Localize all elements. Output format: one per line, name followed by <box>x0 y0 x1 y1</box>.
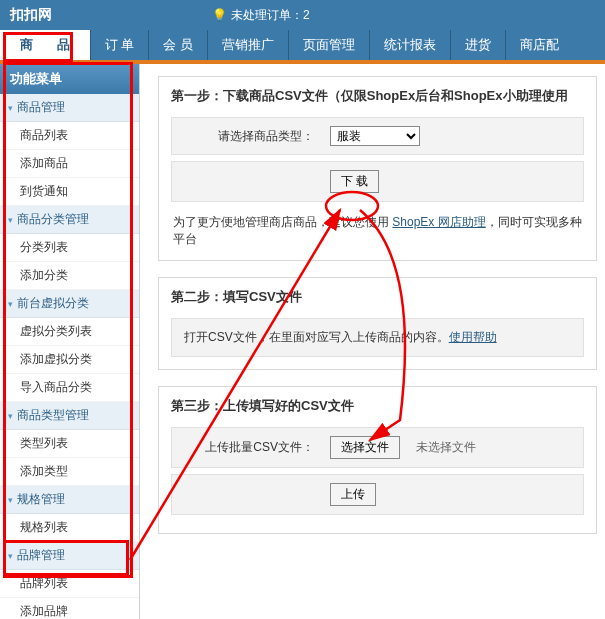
pending-text: 未处理订单：2 <box>231 7 310 24</box>
download-button[interactable]: 下 载 <box>330 170 379 193</box>
top-bar: 扣扣网 💡 未处理订单：2 <box>0 0 605 30</box>
sidebar-item[interactable]: 添加商品 <box>0 150 139 178</box>
sidebar-group-type[interactable]: 商品类型管理 <box>0 402 139 430</box>
step1-hint: 为了更方便地管理商店商品，建议您使用 ShopEx 网店助理，同时可实现多种平台 <box>171 208 584 248</box>
nav-tab-marketing[interactable]: 营销推广 <box>207 30 288 60</box>
product-type-select[interactable]: 服装 <box>330 126 420 146</box>
sidebar-group-virtual[interactable]: 前台虚拟分类 <box>0 290 139 318</box>
sidebar-item[interactable]: 导入商品分类 <box>0 374 139 402</box>
step3-file-row: 上传批量CSV文件： 选择文件 未选择文件 <box>171 427 584 468</box>
sidebar-item[interactable]: 商品列表 <box>0 122 139 150</box>
step2-text: 打开CSV文件，在里面对应写入上传商品的内容。使用帮助 <box>171 318 584 357</box>
nav-tab-members[interactable]: 会 员 <box>148 30 207 60</box>
help-link[interactable]: 使用帮助 <box>449 330 497 344</box>
step1-type-label: 请选择商品类型： <box>184 128 314 145</box>
nav-tab-pages[interactable]: 页面管理 <box>288 30 369 60</box>
sidebar: 功能菜单 商品管理 商品列表 添加商品 到货通知 商品分类管理 分类列表 添加分… <box>0 64 140 619</box>
nav-tab-purchase[interactable]: 进货 <box>450 30 505 60</box>
step3-title: 第三步：上传填写好的CSV文件 <box>159 387 596 423</box>
sidebar-item[interactable]: 品牌列表 <box>0 570 139 598</box>
bulb-icon: 💡 <box>212 8 227 22</box>
sidebar-group-category[interactable]: 商品分类管理 <box>0 206 139 234</box>
sidebar-item[interactable]: 类型列表 <box>0 430 139 458</box>
step2-title: 第二步：填写CSV文件 <box>159 278 596 314</box>
step1-type-row: 请选择商品类型： 服装 <box>171 117 584 155</box>
step1-title: 第一步：下载商品CSV文件（仅限ShopEx后台和ShopEx小助理使用 <box>159 77 596 113</box>
step3-block: 第三步：上传填写好的CSV文件 上传批量CSV文件： 选择文件 未选择文件 上传 <box>158 386 597 534</box>
sidebar-header: 功能菜单 <box>0 64 139 94</box>
main-nav: 商 品 订 单 会 员 营销推广 页面管理 统计报表 进货 商店配 <box>0 30 605 60</box>
step2-block: 第二步：填写CSV文件 打开CSV文件，在里面对应写入上传商品的内容。使用帮助 <box>158 277 597 370</box>
sidebar-item[interactable]: 添加类型 <box>0 458 139 486</box>
choose-file-button[interactable]: 选择文件 <box>330 436 400 459</box>
file-status-text: 未选择文件 <box>416 439 476 456</box>
sidebar-group-spec[interactable]: 规格管理 <box>0 486 139 514</box>
pending-orders[interactable]: 💡 未处理订单：2 <box>212 7 310 24</box>
step1-download-row: 下 载 <box>171 161 584 202</box>
step3-file-label: 上传批量CSV文件： <box>184 439 314 456</box>
nav-tab-orders[interactable]: 订 单 <box>90 30 149 60</box>
main-content: 第一步：下载商品CSV文件（仅限ShopEx后台和ShopEx小助理使用 请选择… <box>140 64 605 619</box>
sidebar-item[interactable]: 添加分类 <box>0 262 139 290</box>
brand-title: 扣扣网 <box>10 6 52 24</box>
nav-tab-reports[interactable]: 统计报表 <box>369 30 450 60</box>
step1-block: 第一步：下载商品CSV文件（仅限ShopEx后台和ShopEx小助理使用 请选择… <box>158 76 597 261</box>
sidebar-item[interactable]: 添加虚拟分类 <box>0 346 139 374</box>
upload-button[interactable]: 上传 <box>330 483 376 506</box>
sidebar-group-product[interactable]: 商品管理 <box>0 94 139 122</box>
sidebar-item[interactable]: 虚拟分类列表 <box>0 318 139 346</box>
sidebar-item[interactable]: 分类列表 <box>0 234 139 262</box>
nav-tab-products[interactable]: 商 品 <box>0 30 90 60</box>
sidebar-item[interactable]: 到货通知 <box>0 178 139 206</box>
sidebar-item[interactable]: 规格列表 <box>0 514 139 542</box>
shopex-helper-link[interactable]: ShopEx 网店助理 <box>392 215 485 229</box>
sidebar-item[interactable]: 添加品牌 <box>0 598 139 619</box>
nav-tab-shop[interactable]: 商店配 <box>505 30 573 60</box>
sidebar-group-brand[interactable]: 品牌管理 <box>0 542 139 570</box>
step3-upload-row: 上传 <box>171 474 584 515</box>
